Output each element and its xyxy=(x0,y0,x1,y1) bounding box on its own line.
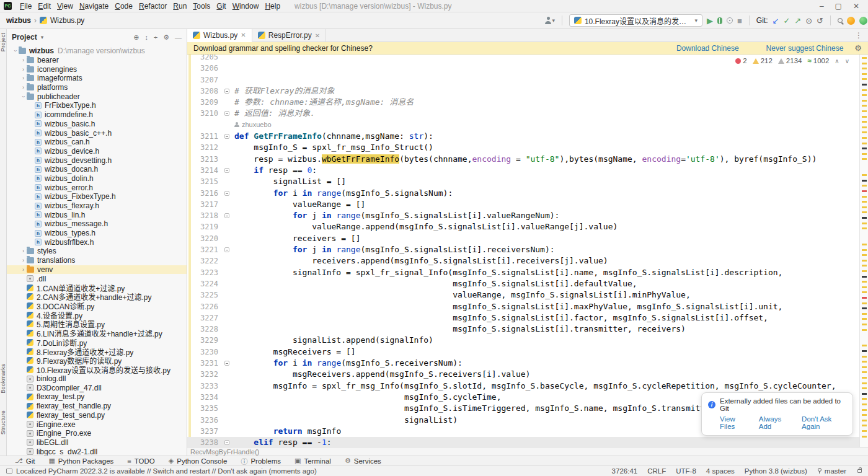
breadcrumb-project[interactable]: wizbus xyxy=(6,16,31,25)
line-number[interactable]: 3237 xyxy=(187,426,218,437)
tree-chevron-icon[interactable]: › xyxy=(20,75,27,81)
toolwindow-terminal[interactable]: ▣Terminal xyxy=(294,457,331,465)
stripe-project-button[interactable]: Project xyxy=(0,33,7,51)
toolwindow-python-console[interactable]: ◈Python Console xyxy=(169,457,228,465)
menu-code[interactable]: Code xyxy=(112,2,136,11)
tab-options-icon[interactable]: ⋮ xyxy=(855,31,868,40)
toolwindow-todo[interactable]: ≡TODO xyxy=(127,457,154,465)
maximize-button[interactable]: ▢ xyxy=(835,2,842,11)
tree-item[interactable]: ›platforms xyxy=(7,83,187,92)
tree-item[interactable]: flexray_test_handle.py xyxy=(7,402,187,411)
toolwindow-services[interactable]: ⚙Services xyxy=(345,457,381,465)
line-number[interactable]: 3230 xyxy=(187,346,218,358)
menu-file[interactable]: File xyxy=(17,2,35,11)
tree-item[interactable]: 8.Flexray多通道收发+过滤.py xyxy=(7,347,187,356)
stripe-bookmarks-button[interactable]: Bookmarks xyxy=(0,364,7,394)
line-number[interactable]: 3211 xyxy=(187,131,218,142)
close-button[interactable]: ✕ xyxy=(853,2,859,11)
error-stripe-scrollbar[interactable] xyxy=(859,55,868,447)
line-number[interactable]: 3228 xyxy=(187,324,218,335)
fold-icon[interactable] xyxy=(224,440,229,445)
tree-item[interactable]: ›iconengines xyxy=(7,64,187,74)
tree-item[interactable]: hwizbus_lin.h xyxy=(7,210,187,219)
line-number[interactable]: 3220 xyxy=(187,233,218,244)
menu-window[interactable]: Window xyxy=(229,2,262,11)
line-number[interactable]: 3206 xyxy=(187,63,218,74)
tree-chevron-icon[interactable]: › xyxy=(20,267,27,273)
tree-item[interactable]: hwizbus_message.h xyxy=(7,219,187,229)
tree-item[interactable]: D3Dcompiler_47.dll xyxy=(7,383,187,392)
line-number[interactable]: 3210 xyxy=(187,108,218,119)
hide-panel-icon[interactable]: — xyxy=(175,33,182,42)
menu-help[interactable]: Help xyxy=(262,2,283,11)
prev-problem-icon[interactable]: ∧ xyxy=(835,58,839,64)
line-number[interactable]: 3224 xyxy=(187,278,218,289)
tree-item[interactable]: hwizbus_error.h xyxy=(7,183,187,192)
line-number[interactable]: 3225 xyxy=(187,289,218,301)
tree-item[interactable]: hwizbus_docan.h xyxy=(7,165,187,174)
tree-item[interactable]: hwizbus_basic.h xyxy=(7,120,187,129)
tree-item[interactable]: 4.设备设置.py xyxy=(7,311,187,320)
profile-menu-button[interactable]: ▾ xyxy=(544,17,555,24)
line-number[interactable]: 3222 xyxy=(187,255,218,267)
git-branch[interactable]: master xyxy=(817,467,846,475)
line-number[interactable]: 3215 xyxy=(187,176,218,187)
tree-item[interactable]: hwizbus_dolin.h xyxy=(7,174,187,183)
line-number[interactable]: 3208 xyxy=(187,86,218,97)
line-number[interactable]: 3216 xyxy=(187,188,218,199)
fold-icon[interactable] xyxy=(224,191,229,196)
tree-item[interactable]: .dll xyxy=(7,274,187,283)
toolwindow-git[interactable]: ⎇Git xyxy=(15,457,35,465)
tree-chevron-icon[interactable]: › xyxy=(20,57,27,63)
search-everywhere-icon[interactable] xyxy=(838,18,843,23)
tree-item[interactable]: 7.DoLin诊断.py xyxy=(7,338,187,347)
tree-item[interactable]: 10.Flexray设置以及消息的发送与接收.py xyxy=(7,365,187,374)
tree-item[interactable]: ›wizbusD:\manage version\wizbus xyxy=(7,46,187,56)
toast-link[interactable]: View Files xyxy=(720,415,749,430)
toast-link[interactable]: Always Add xyxy=(759,415,792,430)
status-message[interactable]: Localized PyCharm 2022.3.2 is available … xyxy=(6,467,317,475)
menu-tools[interactable]: Tools xyxy=(190,2,213,11)
tree-item[interactable]: hwizbusfrflbex.h xyxy=(7,237,187,247)
tab-wizbus-py[interactable]: Wizbus.py✕ xyxy=(187,29,252,42)
stripe-structure-button[interactable]: Structure xyxy=(0,410,7,434)
line-number[interactable]: 3238 xyxy=(187,437,218,447)
toolwindow-problems[interactable]: ⓘProblems xyxy=(241,456,281,466)
menu-view[interactable]: View xyxy=(54,2,76,11)
indent-setting[interactable]: 4 spaces xyxy=(706,467,735,475)
line-ending[interactable]: CRLF xyxy=(647,467,666,475)
file-encoding[interactable]: UTF-8 xyxy=(676,467,696,475)
tab-resperror-py[interactable]: RespError.py✕ xyxy=(252,29,326,42)
tree-item[interactable]: hFrFixbexType.h xyxy=(7,101,187,110)
line-number[interactable]: 3229 xyxy=(187,335,218,346)
interpreter[interactable]: Python 3.8 (wizbus) xyxy=(745,467,807,475)
tree-item[interactable]: ›publicheader xyxy=(7,92,187,101)
line-number[interactable]: 3217 xyxy=(187,199,218,210)
git-push-button[interactable]: ↗ xyxy=(794,17,801,25)
tree-item[interactable]: iEngine.exe xyxy=(7,420,187,429)
tree-chevron-icon[interactable]: › xyxy=(20,257,27,263)
tree-chevron-icon[interactable]: › xyxy=(20,93,27,100)
line-number[interactable]: 3209 xyxy=(187,97,218,108)
line-number[interactable]: 3221 xyxy=(187,244,218,255)
line-number[interactable]: 3205 xyxy=(187,55,218,63)
tree-item[interactable]: 6.LIN消息多通道收发+handle+过滤.py xyxy=(7,328,187,338)
code-editor[interactable]: 3205320632073208# 获取Flexray的消息对象3209# 参数… xyxy=(187,55,868,447)
fold-icon[interactable] xyxy=(224,111,229,116)
tree-item[interactable]: libEGL.dll xyxy=(7,438,187,447)
history-button[interactable]: ⊙ xyxy=(805,17,812,25)
caret-position[interactable]: 3726:41 xyxy=(612,467,638,475)
breadcrumb-file[interactable]: Wizbus.py xyxy=(50,16,84,25)
fold-icon[interactable] xyxy=(224,168,229,173)
line-number[interactable]: 3226 xyxy=(187,301,218,312)
line-number[interactable]: 3213 xyxy=(187,154,218,165)
tree-item[interactable]: hwizbus_device.h xyxy=(7,147,187,156)
close-tab-icon[interactable]: ✕ xyxy=(241,32,246,38)
tree-item[interactable]: hwizbus_FixbexType.h xyxy=(7,192,187,201)
menu-git[interactable]: Git xyxy=(213,2,229,11)
tree-item[interactable]: hwizbus_can.h xyxy=(7,138,187,147)
tree-item[interactable]: ›bearer xyxy=(7,56,187,65)
minimize-button[interactable]: – xyxy=(820,2,824,11)
tree-item[interactable]: hwizbus_types.h xyxy=(7,229,187,238)
line-number[interactable]: 3212 xyxy=(187,142,218,153)
